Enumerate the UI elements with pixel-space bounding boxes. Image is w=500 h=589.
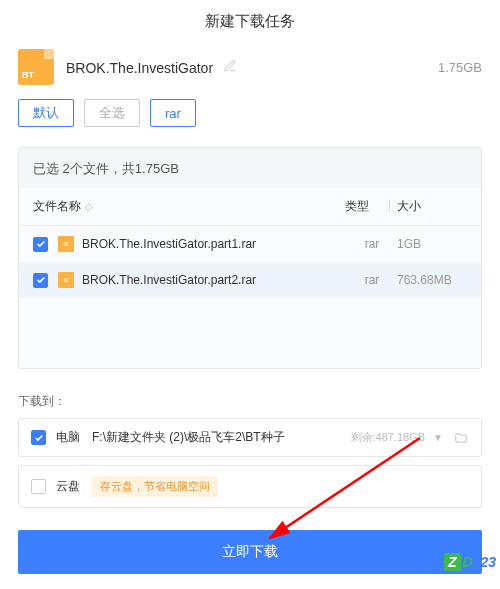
col-header-name[interactable]: 文件名称 ◇ (33, 198, 332, 215)
task-name: BROK.The.InvestiGator (66, 59, 438, 76)
dest-pc-remain: 剩余:487.18GB (351, 430, 426, 445)
watermark-z: Z (444, 553, 461, 571)
chevron-down-icon[interactable]: ▼ (433, 432, 443, 443)
folder-icon[interactable] (453, 431, 469, 445)
col-header-type[interactable]: 类型 (332, 198, 382, 215)
file-type: rar (347, 237, 397, 251)
download-section: 下载到： 电脑 F:\新建文件夹 (2)\极品飞车2\BT种子 剩余:487.1… (0, 393, 500, 508)
sort-icon: ◇ (85, 201, 93, 212)
watermark-rest: 423 (473, 554, 496, 570)
filter-default-button[interactable]: 默认 (18, 99, 74, 127)
file-size: 1GB (397, 237, 467, 251)
checkbox[interactable] (33, 273, 48, 288)
watermark-d: D (463, 554, 473, 570)
checkbox[interactable] (31, 479, 46, 494)
download-to-label: 下载到： (18, 393, 482, 410)
col-header-size[interactable]: 大小 (397, 198, 467, 215)
file-name: BROK.The.InvestiGator.part1.rar (82, 237, 347, 251)
task-size: 1.75GB (438, 60, 482, 75)
checkbox[interactable] (33, 237, 48, 252)
task-info-row: BT BROK.The.InvestiGator 1.75GB (0, 39, 500, 99)
col-name-label: 文件名称 (33, 198, 81, 215)
file-size: 763.68MB (397, 273, 467, 287)
divider: | (388, 198, 391, 215)
table-header: 文件名称 ◇ 类型 | 大小 (19, 188, 481, 226)
file-panel: 已选 2个文件，共1.75GB 文件名称 ◇ 类型 | 大小 ≡ BROK.Th… (18, 147, 482, 369)
file-name: BROK.The.InvestiGator.part2.rar (82, 273, 347, 287)
archive-icon: ≡ (58, 272, 74, 288)
filter-selectall-button[interactable]: 全选 (84, 99, 140, 127)
dest-pc-label: 电脑 (56, 429, 80, 446)
dest-pc-row[interactable]: 电脑 F:\新建文件夹 (2)\极品飞车2\BT种子 剩余:487.18GB ▼ (18, 418, 482, 457)
table-row[interactable]: ≡ BROK.The.InvestiGator.part1.rar rar 1G… (19, 226, 481, 262)
filter-row: 默认 全选 rar (0, 99, 500, 137)
bt-file-icon: BT (18, 49, 54, 85)
panel-summary: 已选 2个文件，共1.75GB (19, 148, 481, 188)
edit-icon[interactable] (223, 59, 237, 73)
table-row[interactable]: ≡ BROK.The.InvestiGator.part2.rar rar 76… (19, 262, 481, 298)
download-now-button[interactable]: 立即下载 (18, 530, 482, 574)
task-name-text: BROK.The.InvestiGator (66, 60, 213, 76)
dest-pc-path: F:\新建文件夹 (2)\极品飞车2\BT种子 (92, 429, 351, 446)
dest-cloud-row[interactable]: 云盘 存云盘，节省电脑空间 (18, 465, 482, 508)
checkbox[interactable] (31, 430, 46, 445)
dialog-title: 新建下载任务 (0, 0, 500, 39)
watermark: Z D 423 (444, 553, 496, 571)
archive-icon: ≡ (58, 236, 74, 252)
file-type: rar (347, 273, 397, 287)
filter-rar-button[interactable]: rar (150, 99, 196, 127)
dest-cloud-label: 云盘 (56, 478, 80, 495)
cloud-tip-badge: 存云盘，节省电脑空间 (92, 476, 218, 497)
